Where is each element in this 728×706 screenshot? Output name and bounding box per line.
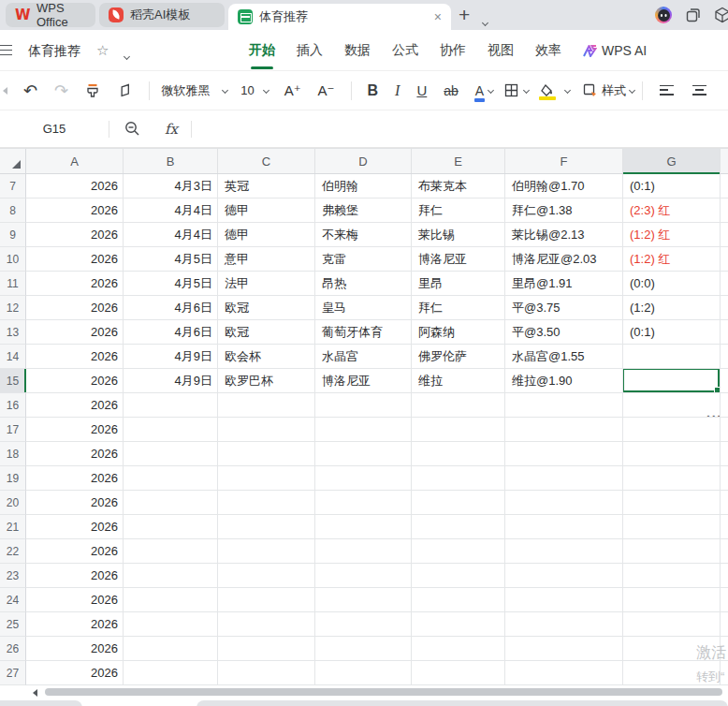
chevron-down-icon[interactable] bbox=[523, 87, 530, 94]
cell-G25[interactable] bbox=[623, 612, 721, 637]
cell-name-box[interactable]: G15 bbox=[0, 122, 109, 136]
cell-C25[interactable] bbox=[218, 612, 315, 637]
menu-data[interactable]: 数据 bbox=[344, 42, 371, 59]
hamburger-menu-icon[interactable] bbox=[0, 45, 12, 55]
cell-F16[interactable] bbox=[505, 393, 623, 418]
cell-F8[interactable]: 拜仁@1.38 bbox=[505, 199, 623, 223]
cell-A16[interactable]: 2026 bbox=[26, 393, 124, 418]
cell-A14[interactable]: 2026 bbox=[26, 345, 124, 369]
row-header-26[interactable]: 26 bbox=[0, 637, 26, 661]
fill-color-button[interactable] bbox=[540, 84, 555, 96]
cell-B15[interactable]: 4月9日 bbox=[124, 369, 218, 393]
cell-D24[interactable] bbox=[315, 588, 412, 612]
cell-B20[interactable] bbox=[124, 491, 218, 515]
decrease-font-button[interactable]: A⁻ bbox=[318, 82, 335, 99]
cell-G17[interactable] bbox=[623, 418, 721, 442]
cell-A22[interactable]: 2026 bbox=[26, 539, 124, 564]
cell-C22[interactable] bbox=[218, 539, 315, 564]
cell-A24[interactable]: 2026 bbox=[26, 588, 124, 612]
cell-F21[interactable] bbox=[505, 515, 623, 539]
cell-E25[interactable] bbox=[412, 612, 505, 637]
cell-B18[interactable] bbox=[124, 442, 218, 466]
menu-home[interactable]: 开始 bbox=[249, 42, 275, 59]
menu-collaborate[interactable]: 协作 bbox=[440, 42, 466, 59]
cell-C21[interactable] bbox=[218, 515, 315, 539]
cell-D16[interactable] bbox=[315, 393, 412, 418]
cell-E26[interactable] bbox=[412, 637, 505, 661]
cell-C8[interactable]: 德甲 bbox=[218, 199, 315, 223]
cell-F19[interactable] bbox=[505, 466, 623, 491]
row-header-17[interactable]: 17 bbox=[0, 418, 26, 442]
underline-button[interactable]: U bbox=[416, 82, 427, 98]
cell-A17[interactable]: 2026 bbox=[26, 418, 124, 442]
cell-C11[interactable]: 法甲 bbox=[218, 272, 315, 296]
row-header-8[interactable]: 8 bbox=[0, 199, 26, 223]
chevron-down-icon[interactable] bbox=[629, 87, 635, 94]
align-center-button[interactable] bbox=[692, 85, 706, 96]
cell-F9[interactable]: 莱比锡@2.13 bbox=[505, 223, 623, 247]
cell-A20[interactable]: 2026 bbox=[26, 491, 124, 515]
cell-B10[interactable]: 4月5日 bbox=[124, 247, 218, 272]
row-header-20[interactable]: 20 bbox=[0, 491, 26, 515]
new-tab-button[interactable]: + bbox=[459, 4, 470, 26]
row-header-14[interactable]: 14 bbox=[0, 345, 26, 369]
menu-wps-ai[interactable]: WPS AI bbox=[583, 43, 647, 58]
cell-G26[interactable] bbox=[623, 637, 721, 661]
cell-B9[interactable]: 4月4日 bbox=[124, 223, 218, 247]
cell-A23[interactable]: 2026 bbox=[26, 564, 124, 588]
cell-F25[interactable] bbox=[505, 612, 623, 637]
cell-E12[interactable]: 拜仁 bbox=[412, 296, 505, 320]
menu-view[interactable]: 视图 bbox=[488, 42, 514, 59]
cell-C14[interactable]: 欧会杯 bbox=[218, 345, 315, 369]
format-painter-button[interactable] bbox=[85, 82, 100, 98]
row-header-15[interactable]: 15 bbox=[0, 369, 26, 393]
row-header-9[interactable]: 9 bbox=[0, 223, 26, 247]
cell-E7[interactable]: 布莱克本 bbox=[412, 174, 505, 199]
cell-F13[interactable]: 平@3.50 bbox=[505, 320, 623, 345]
cell-E19[interactable] bbox=[412, 466, 505, 491]
bold-button[interactable]: B bbox=[368, 82, 379, 99]
column-header-f[interactable]: F bbox=[505, 149, 623, 173]
cell-E16[interactable] bbox=[412, 393, 505, 418]
chevron-down-icon[interactable] bbox=[488, 87, 494, 94]
cell-D10[interactable]: 克雷 bbox=[315, 247, 412, 272]
cell-E8[interactable]: 拜仁 bbox=[412, 199, 505, 223]
cell-A19[interactable]: 2026 bbox=[26, 466, 124, 491]
chevron-down-icon[interactable] bbox=[564, 87, 571, 94]
cell-C13[interactable]: 欧冠 bbox=[218, 320, 315, 345]
cell-B17[interactable] bbox=[124, 418, 218, 442]
cell-C23[interactable] bbox=[218, 564, 315, 588]
row-header-21[interactable]: 21 bbox=[0, 515, 26, 539]
cell-C9[interactable]: 德甲 bbox=[218, 223, 315, 247]
column-header-a[interactable]: A bbox=[26, 149, 124, 173]
column-header-d[interactable]: D bbox=[315, 149, 412, 173]
cell-C26[interactable] bbox=[218, 637, 315, 661]
insert-function-button[interactable]: fx bbox=[165, 121, 178, 138]
row-header-23[interactable]: 23 bbox=[0, 564, 26, 588]
cell-G14[interactable] bbox=[623, 345, 721, 369]
row-header-12[interactable]: 12 bbox=[0, 296, 26, 320]
cell-G12[interactable]: (1:2) bbox=[623, 296, 721, 320]
cell-B12[interactable]: 4月6日 bbox=[124, 296, 218, 320]
strikethrough-button[interactable]: ab bbox=[444, 83, 459, 98]
cell-A18[interactable]: 2026 bbox=[26, 442, 124, 466]
cell-D18[interactable] bbox=[315, 442, 412, 466]
cell-C17[interactable] bbox=[218, 418, 315, 442]
window-restore-icon[interactable] bbox=[686, 7, 701, 22]
cell-F15[interactable]: 维拉@1.90 bbox=[505, 369, 623, 393]
tab-wps-office[interactable]: W WPS Office bbox=[6, 3, 95, 27]
favorite-star-icon[interactable]: ☆ bbox=[96, 42, 109, 59]
cell-E22[interactable] bbox=[412, 539, 505, 564]
undo-button[interactable]: ↶ bbox=[23, 81, 37, 100]
cell-D21[interactable] bbox=[315, 515, 412, 539]
tab-docer-ai[interactable]: 稻壳AI模板 bbox=[99, 3, 225, 27]
cell-D19[interactable] bbox=[315, 466, 412, 491]
font-color-button[interactable]: A bbox=[475, 83, 484, 98]
cell-G8[interactable]: (2:3) 红 bbox=[623, 199, 721, 223]
cell-D22[interactable] bbox=[315, 539, 412, 564]
cell-F17[interactable] bbox=[505, 418, 623, 442]
cell-E9[interactable]: 莱比锡 bbox=[412, 223, 505, 247]
column-header-e[interactable]: E bbox=[412, 149, 505, 173]
cell-G27[interactable] bbox=[623, 661, 721, 685]
cell-D23[interactable] bbox=[315, 564, 412, 588]
